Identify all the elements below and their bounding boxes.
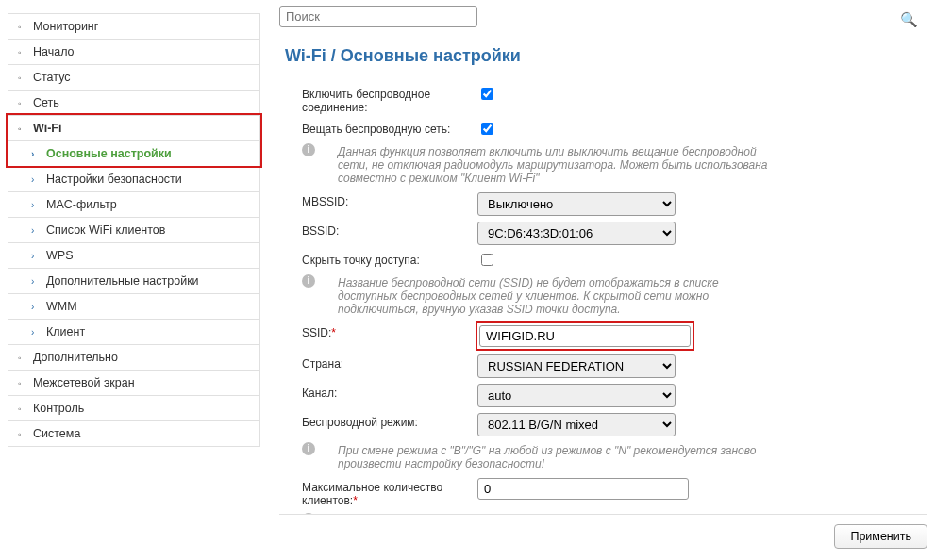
nav-net[interactable]: ◦Сеть	[8, 90, 260, 115]
broadcast-label: Вещать беспроводную сеть:	[302, 120, 477, 136]
apply-button[interactable]: Применить	[834, 524, 927, 549]
bullet-icon: ◦	[18, 98, 25, 108]
bullet-icon: ◦	[18, 378, 25, 388]
country-select[interactable]: RUSSIAN FEDERATION	[477, 354, 676, 378]
button-row: Применить	[279, 515, 927, 549]
nav-additional[interactable]: ◦Дополнительно	[8, 344, 260, 370]
nav-wifi-wps[interactable]: ›WPS	[8, 242, 260, 268]
arrow-icon: ›	[31, 251, 39, 261]
nav-wifi[interactable]: ◦Wi-Fi	[8, 115, 260, 140]
bullet-icon: ◦	[18, 353, 25, 363]
ssid-input[interactable]	[479, 325, 691, 347]
nav-wifi-clients[interactable]: ›Список WiFi клиентов	[8, 217, 260, 242]
enable-wireless-label: Включить беспроводное соединение:	[302, 85, 477, 114]
enable-wireless-checkbox[interactable]	[481, 88, 493, 100]
search-icon[interactable]: 🔍	[900, 11, 918, 28]
mode-help: При смене режима с "B"/"G" на любой из р…	[338, 444, 781, 470]
info-icon: i	[302, 442, 315, 455]
nav-wifi-advanced[interactable]: ›Дополнительные настройки	[8, 268, 260, 293]
ssid-label: SSID:*	[302, 323, 477, 339]
mbssid-select[interactable]: Выключено	[477, 192, 676, 216]
bullet-icon: ◦	[18, 429, 25, 439]
search-row: 🔍	[279, 6, 927, 27]
nav-firewall[interactable]: ◦Межсетевой экран	[8, 370, 260, 395]
arrow-icon: ›	[31, 225, 39, 236]
bssid-select[interactable]: 9C:D6:43:3D:01:06	[477, 222, 676, 245]
nav-control[interactable]: ◦Контроль	[8, 395, 260, 420]
arrow-icon: ›	[31, 200, 39, 210]
nav-system[interactable]: ◦Система	[8, 420, 260, 447]
bullet-icon: ◦	[18, 73, 25, 83]
hide-ap-help: Название беспроводной сети (SSID) не буд…	[338, 276, 781, 316]
hide-ap-label: Скрыть точку доступа:	[302, 251, 477, 267]
bullet-icon: ◦	[18, 47, 25, 58]
nav-monitoring[interactable]: ◦Мониторинг	[8, 13, 260, 39]
bullet-icon: ◦	[18, 124, 25, 134]
arrow-icon: ›	[31, 327, 39, 338]
mode-label: Беспроводной режим:	[302, 413, 477, 429]
search-input[interactable]	[279, 6, 477, 27]
sidebar: ◦Мониторинг ◦Начало ◦Статус ◦Сеть ◦Wi-Fi…	[0, 0, 272, 560]
bssid-label: BSSID:	[302, 222, 477, 238]
arrow-icon: ›	[31, 149, 39, 159]
channel-label: Канал:	[302, 384, 477, 400]
ssid-highlight	[477, 323, 693, 349]
bullet-icon: ◦	[18, 22, 25, 32]
nav-start[interactable]: ◦Начало	[8, 39, 260, 64]
nav-wifi-wmm[interactable]: ›WMM	[8, 293, 260, 319]
arrow-icon: ›	[31, 174, 39, 185]
main-content: 🔍 Wi-Fi / Основные настройки Включить бе…	[272, 0, 935, 560]
mbssid-label: MBSSID:	[302, 192, 477, 208]
broadcast-checkbox[interactable]	[481, 123, 493, 135]
page-title: Wi-Fi / Основные настройки	[279, 41, 927, 75]
country-label: Страна:	[302, 354, 477, 371]
broadcast-help: Данная функция позволяет включить или вы…	[338, 145, 781, 185]
arrow-icon: ›	[31, 302, 39, 312]
nav-wifi-basic[interactable]: ›Основные настройки	[8, 140, 260, 166]
nav-wifi-mac[interactable]: ›MAC-фильтр	[8, 191, 260, 217]
mode-select[interactable]: 802.11 B/G/N mixed	[477, 413, 676, 436]
hide-ap-checkbox[interactable]	[481, 254, 493, 266]
info-icon: i	[302, 274, 315, 288]
nav-status[interactable]: ◦Статус	[8, 64, 260, 90]
form-content: Включить беспроводное соединение: Вещать…	[279, 75, 927, 515]
max-clients-label: Максимальное количество клиентов:*	[302, 478, 477, 507]
info-icon: i	[302, 143, 315, 156]
bullet-icon: ◦	[18, 404, 25, 414]
arrow-icon: ›	[31, 276, 39, 287]
max-clients-input[interactable]	[477, 478, 689, 500]
nav-wifi-security[interactable]: ›Настройки безопасности	[8, 166, 260, 191]
channel-select[interactable]: auto	[477, 384, 676, 407]
wifi-section-highlight: ◦Wi-Fi ›Основные настройки	[8, 115, 260, 166]
nav-wifi-client[interactable]: ›Клиент	[8, 319, 260, 344]
